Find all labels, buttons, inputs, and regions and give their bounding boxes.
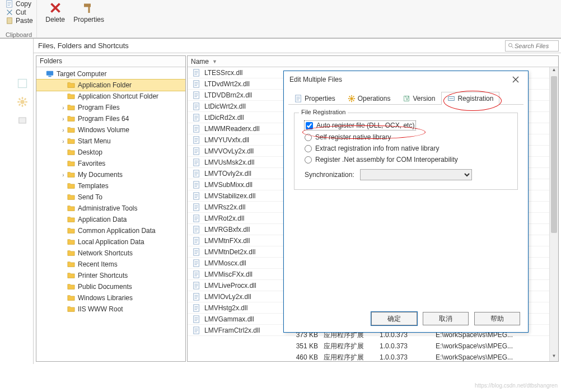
files-header[interactable]: Name▼ [188, 56, 558, 67]
edit-files-dialog: Edit Multiple Files Properties Operation… [283, 71, 529, 333]
svg-rect-9 [19, 118, 26, 123]
sort-desc-icon: ▼ [212, 59, 217, 64]
opt-auto-register[interactable]: Auto register file (DLL, OCX, etc) [305, 121, 415, 130]
search-box[interactable] [505, 40, 559, 52]
tree-item[interactable]: Templates [36, 180, 185, 192]
gutter-icon-2[interactable] [17, 96, 28, 108]
copy-button[interactable]: Copy [6, 0, 33, 8]
gear-icon [348, 95, 356, 102]
folder-tree[interactable]: Target Computer Application FolderApplic… [36, 67, 185, 361]
auto-register-checkbox[interactable] [306, 122, 313, 129]
gutter-icon-1[interactable] [17, 78, 28, 89]
ribbon: Copy Cut Paste Clipboard Delete Properti… [0, 0, 561, 38]
extract-radio[interactable] [305, 145, 312, 152]
tree-item[interactable]: Recent Items [36, 259, 185, 270]
delete-button[interactable]: Delete [40, 0, 71, 24]
sync-select[interactable] [360, 169, 472, 180]
tree-item[interactable]: Application Folder [36, 80, 185, 91]
clipboard-group-label: Clipboard [6, 31, 32, 38]
folders-header: Folders [36, 56, 185, 67]
close-button[interactable] [509, 74, 522, 85]
tree-item[interactable]: Common Application Data [36, 225, 185, 236]
svg-rect-8 [18, 80, 27, 88]
left-gutter [0, 39, 34, 364]
tree-root[interactable]: Target Computer [36, 68, 185, 80]
ok-button[interactable]: 确定 [371, 312, 417, 325]
fieldset-legend: File Registration [299, 109, 348, 115]
section-title: Files, Folders and Shortcuts [34, 41, 133, 50]
search-icon [508, 43, 515, 49]
search-input[interactable] [515, 43, 554, 49]
properties-button[interactable]: Properties [74, 0, 104, 24]
svg-text:V: V [405, 95, 409, 101]
tab-properties[interactable]: Properties [288, 92, 342, 105]
detail-rows: 373 KB应用程序扩展1.0.0.373E:\workSpace\vs\MPE… [283, 329, 559, 363]
detail-row: 351 KB应用程序扩展1.0.0.373E:\workSpace\vs\MPE… [283, 340, 559, 352]
tree-item[interactable]: Public Documents [36, 281, 185, 292]
cancel-button[interactable]: 取消 [423, 312, 469, 325]
tree-item[interactable]: ›Program Files 64 [36, 113, 185, 124]
tree-item[interactable]: Printer Shortcuts [36, 270, 185, 281]
tree-item[interactable]: Application Data [36, 214, 185, 225]
gutter-icon-3[interactable] [17, 115, 28, 126]
close-icon [512, 76, 520, 83]
tree-item[interactable]: Network Shortcuts [36, 248, 185, 259]
tree-item[interactable]: Application Shortcut Folder [36, 91, 185, 102]
dialog-title: Edit Multiple Files [289, 76, 342, 83]
help-button[interactable]: 帮助 [474, 312, 520, 325]
detail-row: 460 KB应用程序扩展1.0.0.373E:\workSpace\vs\MPE… [283, 352, 559, 363]
sync-label: Synchronization: [305, 171, 354, 179]
self-register-radio[interactable] [305, 134, 312, 141]
opt-net[interactable]: Register .Net assembly for COM Interoper… [305, 156, 511, 164]
tab-version[interactable]: VVersion [396, 92, 441, 105]
registration-icon [447, 95, 455, 102]
svg-rect-7 [7, 18, 12, 24]
watermark: https://blog.csdn.net/dtbshangren [475, 382, 558, 389]
tree-item[interactable]: ›Program Files [36, 102, 185, 113]
paste-button[interactable]: Paste [6, 17, 33, 25]
tree-item[interactable]: Favorites [36, 158, 185, 169]
tree-item[interactable]: Desktop [36, 147, 185, 158]
tab-operations[interactable]: Operations [342, 92, 397, 105]
scroll-thumb[interactable] [551, 76, 557, 233]
tree-item[interactable]: IIS WWW Root [36, 304, 185, 315]
file-registration-fieldset: File Registration Auto register file (DL… [294, 113, 518, 190]
tree-item[interactable]: Local Application Data [36, 236, 185, 248]
properties-icon [294, 95, 302, 102]
monitor-icon [45, 70, 54, 78]
folders-pane: Folders Target Computer Application Fold… [36, 55, 186, 362]
tree-item[interactable]: ›Windows Volume [36, 124, 185, 136]
net-radio[interactable] [305, 156, 312, 164]
tree-item[interactable]: ›My Documents [36, 169, 185, 180]
scrollbar[interactable]: ▲ ▼ [549, 67, 558, 361]
version-icon: V [403, 95, 410, 102]
opt-extract[interactable]: Extract registration info from native li… [305, 144, 511, 152]
tab-registration[interactable]: Registration [441, 92, 499, 105]
opt-self-register[interactable]: Self register native library [305, 133, 511, 141]
cut-button[interactable]: Cut [6, 8, 33, 16]
tree-item[interactable]: ›Start Menu [36, 136, 185, 147]
scroll-up-icon[interactable]: ▲ [550, 67, 558, 75]
tree-item[interactable]: Administrative Tools [36, 203, 185, 214]
tree-item[interactable]: Windows Libraries [36, 292, 185, 304]
tree-item[interactable]: Send To [36, 192, 185, 203]
